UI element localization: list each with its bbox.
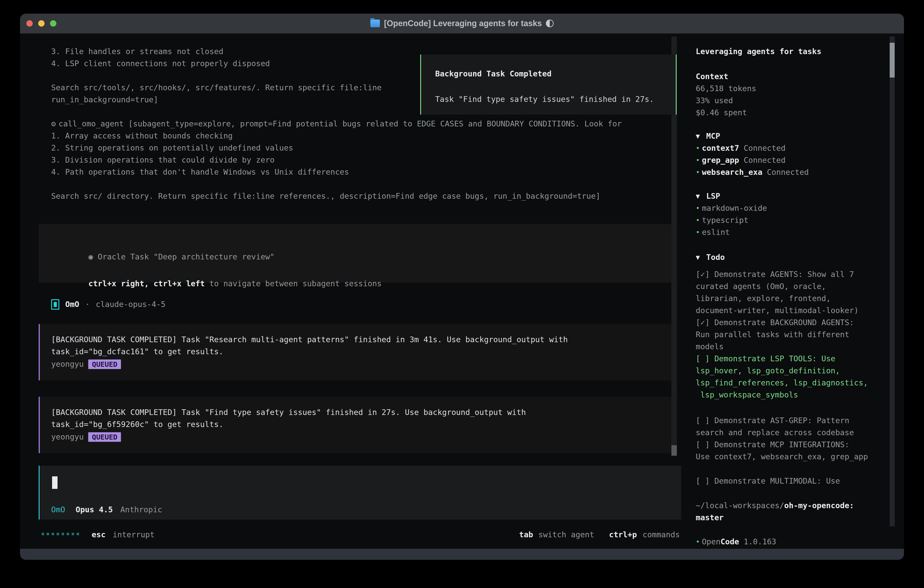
- oracle-task-hint: ctrl+x right, ctrl+x left to navigate be…: [51, 266, 381, 302]
- task-event-meta: yeongyu QUEUED: [51, 358, 121, 370]
- input-agent-name: OmO: [51, 504, 65, 516]
- lsp-section-header[interactable]: ▼ LSP: [696, 190, 720, 202]
- status-dot-icon: •: [696, 216, 702, 224]
- todo-item: [✓] Demonstrate BACKGROUND AGENTS: Run p…: [696, 317, 854, 353]
- progress-spinner-icon: [41, 533, 79, 535]
- status-dot-icon: •: [696, 538, 702, 546]
- input-meta: OmO Opus 4.5 Anthropic: [51, 504, 162, 516]
- separator-dot: ·: [85, 298, 89, 311]
- window-footer: [20, 549, 904, 560]
- workspace-branch: master: [696, 512, 724, 524]
- task-event-text: [BACKGROUND TASK COMPLETED] Task "Find t…: [51, 406, 526, 430]
- lsp-item: • eslint: [696, 226, 730, 238]
- context-used: 33% used: [696, 94, 733, 107]
- tool-call-line: ⚙ call_omo_agent [subagent_type=explore,…: [51, 118, 622, 130]
- mcp-section-header[interactable]: ▼ MCP: [696, 130, 720, 142]
- app-version: • OpenCode 1.0.163: [696, 536, 776, 548]
- todo-item: [ ] Demonstrate LSP TOOLS: Use lsp_hover…: [696, 353, 868, 401]
- prompt-input[interactable]: OmO Opus 4.5 Anthropic: [39, 466, 681, 520]
- half-circle-icon: [546, 20, 554, 27]
- task-user: yeongyu: [51, 431, 84, 443]
- input-model: Opus 4.5: [76, 504, 113, 516]
- chevron-down-icon: ▼: [696, 132, 706, 140]
- status-dot-icon: •: [696, 168, 702, 176]
- document-icon: [370, 20, 380, 27]
- agent-session-header: OmO · claude-opus-4-5: [51, 298, 165, 311]
- todo-item: [ ] Demonstrate MULTIMODAL: Use: [696, 475, 840, 487]
- terminal-scrollback: 3. File handles or streams not closed 4.…: [51, 45, 381, 106]
- sidebar-scrollbar-track[interactable]: [890, 36, 895, 526]
- esc-key-hint: esc: [92, 529, 106, 541]
- background-task-event: [BACKGROUND TASK COMPLETED] Task "Find t…: [39, 397, 673, 453]
- oracle-task-panel: ◉ Oracle Task "Deep architecture review"…: [39, 224, 672, 282]
- title-group: [OpenCode] Leveraging agents for tasks: [20, 14, 904, 33]
- input-provider: Anthropic: [120, 504, 162, 516]
- todo-section-header[interactable]: ▼ Todo: [696, 251, 725, 263]
- chevron-down-icon: ▼: [696, 192, 706, 200]
- context-heading: Context: [696, 71, 728, 83]
- app-window: [OpenCode] Leveraging agents for tasks 3…: [20, 14, 904, 560]
- mcp-item: • context7 Connected: [696, 142, 785, 154]
- status-dot-icon: •: [696, 144, 702, 152]
- hint-text: to navigate between subagent sessions: [205, 279, 382, 288]
- status-dot-icon: •: [696, 156, 702, 164]
- chevron-down-icon: ▼: [696, 253, 706, 261]
- lsp-item: • typescript: [696, 214, 749, 226]
- background-task-event: [BACKGROUND TASK COMPLETED] Task "Resear…: [39, 324, 673, 380]
- status-badge: QUEUED: [88, 360, 121, 369]
- status-dot-icon: •: [696, 204, 702, 212]
- background-task-notification[interactable]: Background Task Completed Task "Find typ…: [420, 55, 676, 115]
- agent-model: claude-opus-4-5: [96, 298, 165, 311]
- statusbar-left: esc interrupt: [92, 529, 155, 541]
- agent-icon: [51, 299, 59, 310]
- esc-key-label: interrupt: [112, 529, 154, 541]
- context-spent: $0.46 spent: [696, 107, 747, 119]
- task-user: yeongyu: [51, 358, 84, 370]
- statusbar-right: tab switch agent ctrl+p commands: [519, 529, 680, 541]
- mcp-item: • grep_app Connected: [696, 154, 785, 166]
- todo-item: [ ] Demonstrate AST-GREP: Pattern search…: [696, 415, 854, 439]
- window-title: [OpenCode] Leveraging agents for tasks: [384, 19, 542, 28]
- task-event-text: [BACKGROUND TASK COMPLETED] Task "Resear…: [51, 334, 568, 358]
- status-badge: QUEUED: [88, 432, 121, 442]
- main-scrollbar-thumb[interactable]: [672, 445, 677, 456]
- oracle-task-title: Oracle Task "Deep architecture review": [98, 252, 275, 261]
- sidebar-scrollbar-thumb[interactable]: [890, 43, 895, 78]
- lsp-item: • markdown-oxide: [696, 202, 767, 214]
- tab-key-hint: tab: [519, 529, 533, 541]
- todo-item: [✓] Demonstrate AGENTS: Show all 7 curat…: [696, 268, 858, 317]
- tool-call-args: 1. Array access without bounds checking …: [51, 130, 600, 202]
- task-event-meta: yeongyu QUEUED: [51, 431, 121, 443]
- sidebar-session-title: Leveraging agents for tasks: [696, 45, 822, 58]
- todo-item: [ ] Demonstrate MCP INTEGRATIONS: Use co…: [696, 439, 868, 463]
- status-bar: esc interrupt tab switch agent ctrl+p co…: [20, 529, 680, 541]
- hint-keys: ctrl+x right, ctrl+x left: [88, 279, 205, 288]
- tab-key-label: switch agent: [538, 529, 594, 541]
- cmd-key-hint: ctrl+p: [609, 529, 637, 541]
- workspace-path: ~/local-workspaces/oh-my-opencode:: [696, 500, 854, 512]
- context-tokens: 66,518 tokens: [696, 83, 756, 94]
- cmd-key-label: commands: [642, 529, 680, 541]
- text-cursor: [52, 476, 58, 489]
- notification-body: Task "Find type safety issues" finished …: [435, 93, 654, 105]
- agent-name: OmO: [65, 298, 79, 311]
- titlebar: [OpenCode] Leveraging agents for tasks: [20, 14, 904, 34]
- screen: [OpenCode] Leveraging agents for tasks 3…: [0, 0, 924, 588]
- gear-icon: ⚙: [51, 118, 56, 130]
- mcp-item: • websearch_exa Connected: [696, 166, 809, 178]
- subagent-icon: ◉: [88, 252, 93, 261]
- notification-title: Background Task Completed: [435, 68, 551, 80]
- tool-call-text: call_omo_agent [subagent_type=explore, p…: [58, 118, 622, 130]
- status-dot-icon: •: [696, 228, 702, 236]
